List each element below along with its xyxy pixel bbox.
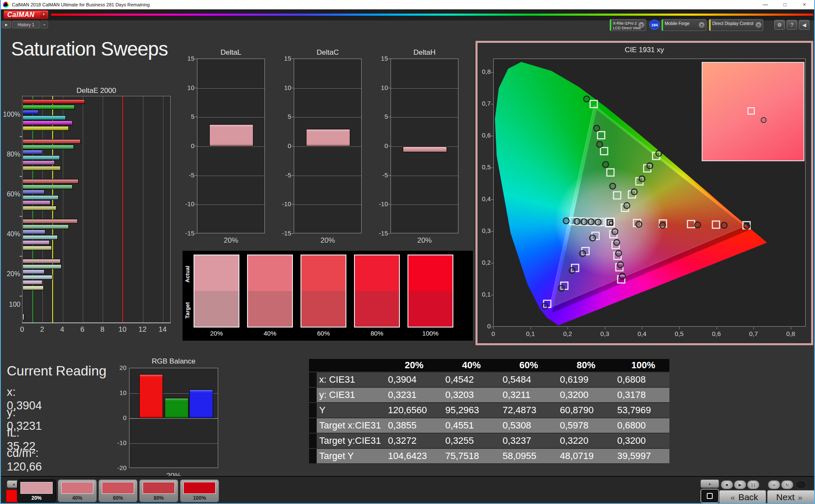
delta-axis-tick [195,59,197,59]
delta-tick-label: 5 [274,113,291,120]
meter-count-badge: 194 [649,20,660,30]
single-measure-button[interactable]: [-] [747,480,759,489]
delta-bar [403,146,447,152]
play-button[interactable]: ▶ [734,480,746,489]
swatch-label: 100% [408,330,453,338]
yellow-measured-marker [631,189,637,195]
rgb-tick-label: -10 [109,439,126,447]
transport-popup-button[interactable]: ▲ [700,479,719,488]
deltae-axis-number: 4 [56,326,69,333]
next-button[interactable]: Next» [767,490,815,504]
add-tab-button[interactable]: + [41,21,48,28]
cie-ytick-label: 0,3 [477,227,491,235]
patch-button-40[interactable]: 40% [58,479,97,502]
maximize-button[interactable]: □ [775,0,795,9]
stop-button[interactable]: ■ [721,480,733,489]
results-table: 20%40%60%80%100%x: CIE310,39040,45420,54… [309,359,669,464]
inset-target-marker [748,107,755,115]
page-title: Saturation Sweeps [11,37,168,60]
delta-xaxis-label: 20% [403,237,446,245]
tab-scroll-button[interactable]: ▶ [2,21,11,28]
patch-button-label: 20% [17,495,56,501]
deltae-bar [22,155,60,160]
deltae-bar [22,275,53,280]
red-measured-marker [721,222,727,228]
cyan-measured-marker [588,219,594,225]
swatch-target [408,291,452,327]
deltae-bar [22,206,56,210]
chevron-left-icon: ◀ [802,22,806,28]
row-label: x: CIE31 [317,372,383,387]
cie-xtick-label: 0,3 [598,330,612,338]
pattern-window-button[interactable] [700,489,719,503]
cie-ytick [491,104,493,104]
delta-tick-label: -5 [177,171,194,179]
delta-axis-tick [388,59,391,59]
cyan-measured-marker [574,218,580,224]
close-button[interactable]: × [795,0,814,9]
cyan-measured-marker [581,219,587,225]
cie-ytick-label: 0,7 [477,100,491,107]
patch-button-100[interactable]: 100% [180,479,219,502]
calman-menu-button[interactable]: CalMAN ▼ [3,10,48,19]
cie-ytick [491,263,493,263]
source-name: Mobile Forge [665,22,689,26]
delta-axis-tick [292,59,294,59]
tab-history-1[interactable]: History 1 [12,21,40,28]
red-measured-marker [636,221,642,227]
refresh-button[interactable]: ↻ [781,480,793,489]
row-label: y: CIE31 [317,387,383,403]
back-button[interactable]: «Back [719,490,766,504]
deltae-bar [22,99,85,104]
delta-axis-tick [292,88,294,88]
patch-button-60[interactable]: 60% [98,479,138,502]
continuous-measure-icon: ∞ [773,483,775,487]
green-measured-marker [597,142,603,148]
display-control-dropdown[interactable]: Direct Display Control ▼ [709,19,763,31]
delta-axis-tick [292,204,294,204]
next-button-label: Next [776,492,795,502]
row-indicator [309,403,317,418]
deltae-bar [22,219,78,224]
chevrons-left-icon: « [727,493,739,502]
delta-tick-label: 5 [177,113,194,120]
delta-axis-tick [292,146,294,146]
magenta-measured-marker [618,262,624,268]
deltae-bar [22,246,52,250]
patch-button-label: 40% [58,495,96,501]
cie-ytick [491,136,493,136]
deltae-bar [22,145,74,149]
delta-gridline [294,176,361,176]
delta-tick-label: -10 [371,200,388,208]
deltae-bar [22,230,45,234]
deltae-axis-number: 2 [36,326,48,333]
delta-axis-tick [388,233,391,234]
meter-mode: LCD Direct View [613,26,641,30]
delta-axis-tick [195,233,197,234]
settings-button[interactable]: ⚙ [774,20,785,30]
red-measured-marker [694,222,700,228]
delta-tick-label: 10 [274,84,291,92]
magenta-measured-marker [614,240,620,246]
source-dropdown[interactable]: Mobile Forge ▼ [661,19,706,31]
yellow-measured-marker [647,163,653,169]
meter-dropdown[interactable]: X-Rite i1Pro 2 LCD Direct View ▼ [610,19,646,31]
minimize-button[interactable]: — [756,0,775,9]
patch-button-80[interactable]: 80% [139,479,178,502]
collapse-panel-button[interactable]: ◀ [799,20,809,30]
patch-button-label: 80% [140,495,178,501]
table-column-header: 100% [612,359,669,372]
continuous-measure-button[interactable]: ∞ [768,480,780,489]
table-cell: 120,6560 [383,403,440,418]
delta-gridline [197,176,264,176]
delta-gridline [391,88,458,89]
help-button[interactable]: ? [787,20,797,30]
cyan-measured-marker [595,219,601,225]
meter-status-bar [610,20,611,31]
yellow-measured-marker [639,176,645,182]
delta-axis-tick [292,233,294,234]
cie-ytick-label: 0,5 [477,163,491,171]
patch-button-20[interactable]: 20% [17,479,56,502]
swatch-row-label-actual: Actual [184,256,192,292]
table-cell: 0,3211 [497,387,555,403]
